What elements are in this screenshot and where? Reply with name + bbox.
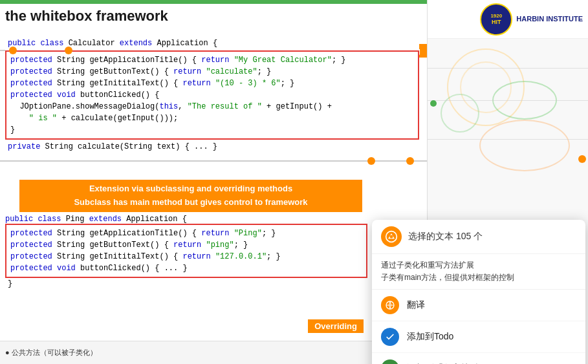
page-title: the whitebox framework	[5, 8, 168, 25]
todo-icon	[381, 328, 399, 346]
code-line: protected String getApplicationTitle() {…	[10, 228, 362, 239]
context-menu-item-todo[interactable]: 添加到Todo	[372, 321, 585, 353]
code-inner-box-2: protected String getApplicationTitle() {…	[5, 224, 367, 278]
code-line: }	[10, 124, 414, 136]
context-menu-header: 选择的文本 105 个	[372, 220, 585, 254]
code-footer-2: }	[5, 279, 367, 288]
extension-box: Extension via subclassing and overriding…	[19, 180, 362, 212]
context-menu-item-translate[interactable]: 翻译	[372, 290, 585, 321]
code-block-1: public class Calculator extends Applicat…	[5, 37, 419, 153]
code-line: protected void buttonClicked() { ... }	[10, 262, 362, 274]
translate-icon	[381, 296, 399, 314]
code-inner-box-1: protected String getApplicationTitle() {…	[5, 50, 419, 140]
uni-short: HIT	[490, 19, 502, 25]
code-line: protected String getButtonText() { retur…	[10, 239, 362, 251]
code-line: protected String getApplicationTitle() {…	[10, 54, 414, 66]
deco-dot-orange	[578, 155, 586, 163]
memo-icon	[381, 359, 399, 364]
code-line: protected String getInititalText() { ret…	[10, 251, 362, 262]
bottom-text: ● 公共方法（可以被子类化）	[5, 348, 97, 358]
globe-icon	[385, 300, 395, 310]
context-menu-item-memo[interactable]: 添加到「备忘快贴」	[372, 353, 585, 364]
deco-line-1	[428, 68, 588, 69]
university-header: 1920 HIT HARBIN INSTITUTE	[427, 0, 588, 39]
uni-year: 1920	[490, 13, 502, 19]
bottom-bar: ● 公共方法（可以被子类化）	[0, 341, 427, 364]
deco-line-3	[428, 139, 588, 140]
code-line: protected String getButtonText() { retur…	[10, 66, 414, 78]
context-app-icon	[381, 226, 402, 247]
code-line: " is " + calculate(getInput()));	[10, 112, 414, 124]
dot-orange-mid-right	[406, 157, 414, 165]
context-menu-description: 通过子类化和重写方法扩展 子类有main方法，但提供对框架的控制	[372, 254, 585, 290]
translate-label: 翻译	[407, 299, 425, 311]
context-desc-line2: 子类有main方法，但提供对框架的控制	[381, 272, 576, 284]
deco-dot-green	[430, 100, 437, 107]
context-menu: 选择的文本 105 个 通过子类化和重写方法扩展 子类有main方法，但提供对框…	[372, 220, 585, 364]
todo-label: 添加到Todo	[407, 331, 453, 343]
code-line: protected String getInititalText() { ret…	[10, 78, 414, 89]
dot-orange-mid-right2	[367, 157, 375, 165]
university-logo: 1920 HIT	[480, 3, 512, 36]
decorative-bg	[428, 42, 588, 204]
code-line: protected void buttonClicked() {	[10, 89, 414, 101]
extension-line-2: Subclass has main method but gives contr…	[26, 196, 356, 209]
svg-point-1	[390, 235, 393, 239]
code-block-2: protected String getApplicationTitle() {…	[5, 222, 367, 288]
dot-o2	[65, 47, 72, 54]
dot-o1	[9, 47, 17, 54]
code-footer-1: private String calculate(String text) { …	[5, 141, 419, 153]
main-content: the whitebox framework Overriding public…	[0, 0, 427, 364]
deco-circle-5	[479, 120, 570, 171]
overriding-label-bottom: Overriding	[308, 319, 364, 333]
extension-line-1: Extension via subclassing and overriding…	[26, 182, 356, 196]
green-top-bar	[0, 0, 427, 4]
timeline-line-mid	[0, 160, 427, 162]
deco-circle-4	[441, 94, 479, 133]
checkmark-icon	[385, 332, 395, 342]
deco-line-2	[428, 100, 588, 101]
code-line: JOptionPane.showMessageDialog(this, "The…	[10, 101, 414, 112]
context-menu-title: 选择的文本 105 个	[408, 231, 483, 242]
university-name: HARBIN INSTITUTE	[516, 14, 583, 23]
app-logo-icon	[385, 230, 398, 243]
context-desc-line1: 通过子类化和重写方法扩展	[381, 259, 576, 272]
